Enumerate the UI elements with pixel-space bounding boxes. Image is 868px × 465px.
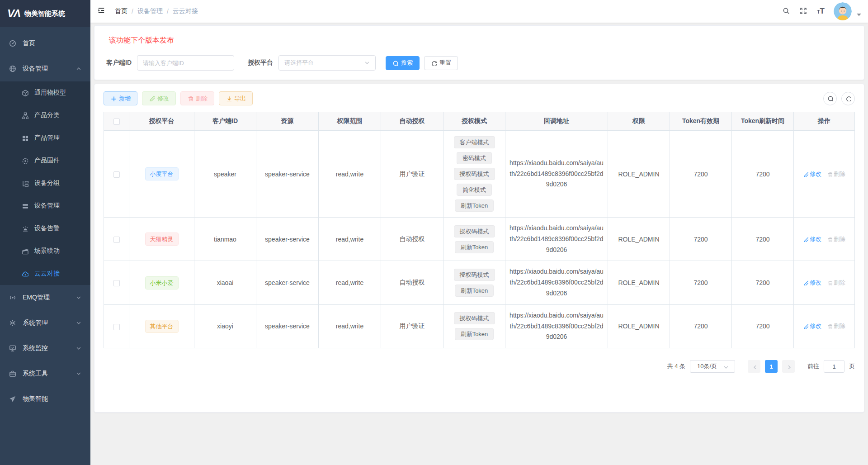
add-button[interactable]: 新增	[104, 91, 137, 105]
prev-page-button[interactable]	[748, 360, 760, 373]
sidebar-item-device-group[interactable]: 设备分组	[0, 172, 90, 195]
trash-icon	[187, 95, 193, 101]
sidebar-item-product-manage[interactable]: 产品管理	[0, 127, 90, 149]
refresh-table-button[interactable]	[841, 92, 855, 105]
row-checkbox[interactable]	[113, 237, 120, 243]
cell-auto-auth: 用户验证	[381, 304, 443, 348]
font-size-icon[interactable]: TT	[817, 7, 825, 16]
cloud-icon	[22, 270, 28, 277]
sidebar-group-system-manage[interactable]: 系统管理	[0, 310, 90, 336]
cell-callback-url: https://xiaodu.baidu.com/saiya/auth/22c6…	[505, 218, 608, 261]
table-row: 小米小爱 xiaoai speaker-service read,write 自…	[104, 261, 855, 304]
row-checkbox[interactable]	[113, 280, 120, 286]
page-size-select[interactable]: 10条/页	[690, 360, 735, 373]
cell-token-valid: 7200	[670, 218, 732, 261]
delete-button[interactable]: 删除	[180, 91, 214, 105]
sidebar-item-device-alert[interactable]: 设备告警	[0, 217, 90, 240]
caret-down-icon[interactable]	[855, 11, 861, 17]
goto-page-input[interactable]	[824, 360, 844, 373]
sidebar-item-label: 系统管理	[23, 319, 75, 327]
goto-label: 前往	[807, 362, 819, 370]
sidebar-item-home[interactable]: 首页	[0, 31, 90, 56]
cell-resource: speaker-service	[256, 304, 319, 348]
row-checkbox[interactable]	[113, 171, 120, 178]
row-delete-link[interactable]: 删除	[827, 235, 845, 243]
client-id-input[interactable]	[137, 55, 234, 71]
row-edit-link[interactable]: 修改	[803, 170, 821, 178]
edit-button[interactable]: 修改	[142, 91, 176, 105]
download-icon	[226, 95, 231, 101]
platform-select[interactable]: 请选择平台	[278, 55, 376, 71]
cell-scope: read,write	[319, 304, 381, 348]
trash-icon	[827, 323, 832, 329]
trash-icon	[827, 171, 832, 177]
row-delete-link[interactable]: 删除	[827, 170, 845, 178]
show-search-button[interactable]	[823, 92, 837, 105]
row-edit-label: 修改	[810, 322, 821, 330]
sidebar-group-system-monitor[interactable]: 系统监控	[0, 336, 90, 361]
header-platform: 授权平台	[129, 112, 194, 131]
pencil-icon	[803, 171, 808, 177]
cell-client-id: speaker	[194, 131, 256, 218]
row-delete-link[interactable]: 删除	[827, 322, 845, 330]
breadcrumb-separator: /	[167, 8, 169, 15]
main-area: 首页 / 设备管理 / 云云对接 TT	[90, 0, 868, 465]
sidebar-item-cloud-cloud[interactable]: 云云对接	[0, 262, 90, 285]
cell-token-valid: 7200	[670, 304, 732, 348]
reset-button-label: 重置	[439, 59, 451, 67]
sidebar-item-product-firmware[interactable]: 产品固件	[0, 149, 90, 172]
auth-mode-tags: 授权码模式 刷新Token	[447, 312, 501, 340]
app-root: VΛ 物美智能系统 首页 设备管理 通用物模型 产品分类	[0, 0, 868, 465]
user-menu[interactable]	[834, 2, 861, 20]
sidebar-item-wumei[interactable]: 物美智能	[0, 386, 90, 412]
auth-platform-table: 授权平台 客户端ID 资源 权限范围 自动授权 授权模式 回调地址 权限 Tok…	[104, 112, 855, 348]
cell-callback-url: https://xiaodu.baidu.com/saiya/auth/22c6…	[505, 131, 608, 218]
scene-icon	[22, 248, 28, 255]
row-edit-link[interactable]: 修改	[803, 235, 821, 243]
mode-tag: 刷新Token	[455, 241, 494, 253]
row-edit-label: 修改	[810, 170, 821, 178]
reset-button[interactable]: 重置	[424, 56, 458, 70]
sidebar-item-scene-linkage[interactable]: 场景联动	[0, 240, 90, 262]
cell-scope: read,write	[319, 261, 381, 304]
auth-mode-tags: 授权码模式 刷新Token	[447, 225, 501, 253]
sidebar-item-label: 系统监控	[23, 344, 75, 352]
row-edit-label: 修改	[810, 235, 821, 243]
chevron-up-icon	[75, 65, 82, 72]
page-number-button[interactable]: 1	[765, 360, 778, 373]
cell-auto-auth: 用户验证	[381, 131, 443, 218]
row-checkbox[interactable]	[113, 324, 120, 330]
export-button[interactable]: 导出	[219, 91, 253, 105]
cell-role: ROLE_ADMIN	[608, 131, 670, 218]
cell-client-id: xiaoai	[194, 261, 256, 304]
mode-tag: 授权码模式	[454, 312, 495, 324]
header-auth-mode: 授权模式	[443, 112, 505, 131]
sidebar-item-device-manage[interactable]: 设备管理	[0, 195, 90, 217]
cell-client-id: tianmao	[194, 218, 256, 261]
search-button[interactable]: 搜索	[386, 56, 420, 70]
collapse-sidebar-icon[interactable]	[98, 7, 107, 16]
cell-token-refresh: 7200	[732, 131, 794, 218]
sidebar-item-thing-model[interactable]: 通用物模型	[0, 81, 90, 104]
row-edit-link[interactable]: 修改	[803, 279, 821, 287]
header-resource: 资源	[256, 112, 319, 131]
row-edit-link[interactable]: 修改	[803, 322, 821, 330]
row-delete-link[interactable]: 删除	[827, 279, 845, 287]
page-content: 该功能下个版本发布 客户端ID 授权平台 请选择平台 搜索	[90, 23, 868, 465]
avatar[interactable]	[834, 2, 852, 20]
sidebar-item-label: 设备管理	[34, 202, 60, 210]
sidebar-group-emq[interactable]: EMQ管理	[0, 285, 90, 310]
sidebar-group-system-tools[interactable]: 系统工具	[0, 361, 90, 386]
select-all-checkbox[interactable]	[113, 119, 120, 125]
next-page-button[interactable]	[782, 360, 795, 373]
sidebar-group-device-manage[interactable]: 设备管理	[0, 56, 90, 81]
header-token-valid: Token有效期	[670, 112, 732, 131]
page-unit-label: 页	[849, 362, 855, 370]
breadcrumb-home[interactable]: 首页	[115, 7, 127, 15]
cell-role: ROLE_ADMIN	[608, 261, 670, 304]
sidebar-item-product-category[interactable]: 产品分类	[0, 104, 90, 127]
briefcase-icon	[9, 370, 16, 377]
search-icon[interactable]	[783, 7, 791, 15]
table-header-row: 授权平台 客户端ID 资源 权限范围 自动授权 授权模式 回调地址 权限 Tok…	[104, 112, 855, 131]
fullscreen-icon[interactable]	[800, 7, 808, 15]
